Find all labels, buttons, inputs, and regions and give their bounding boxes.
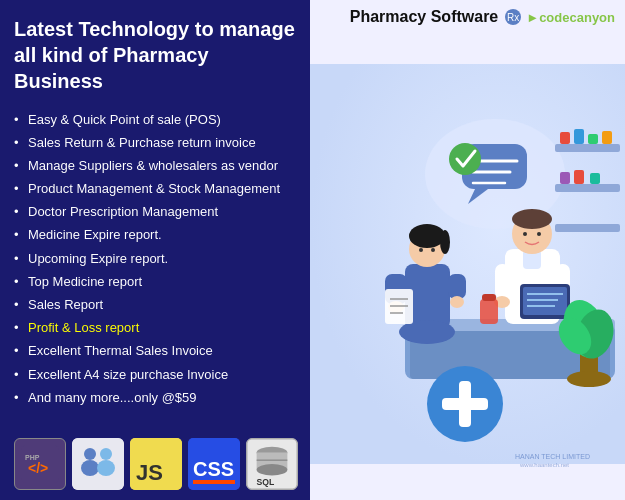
- svg-rect-62: [480, 299, 498, 324]
- feature-item: Doctor Prescription Management: [14, 201, 296, 224]
- svg-point-57: [450, 296, 464, 308]
- svg-point-37: [537, 232, 541, 236]
- svg-text:JS: JS: [136, 460, 163, 485]
- svg-rect-3: [72, 438, 124, 490]
- feature-item: Easy & Quick Point of sale (POS): [14, 108, 296, 131]
- illustration-svg: HANAN TECH LIMITED www.haantech.net: [310, 34, 625, 494]
- pharmacy-illustration: HANAN TECH LIMITED www.haantech.net: [310, 34, 625, 494]
- feature-item: Product Management & Stock Management: [14, 178, 296, 201]
- pharmacy-icon: Rx: [504, 8, 522, 26]
- feature-item: Upcoming Expire report.: [14, 247, 296, 270]
- svg-text:</>: </>: [28, 460, 48, 476]
- svg-rect-70: [602, 131, 612, 144]
- svg-rect-73: [590, 173, 600, 184]
- svg-point-51: [440, 230, 450, 254]
- svg-point-7: [97, 460, 115, 476]
- svg-rect-72: [574, 170, 584, 184]
- svg-rect-66: [555, 224, 620, 232]
- svg-point-78: [567, 371, 611, 387]
- svg-rect-65: [555, 184, 620, 192]
- svg-rect-63: [482, 294, 496, 301]
- svg-point-16: [257, 464, 288, 476]
- feature-item: Profit & Loss report: [14, 317, 296, 340]
- feature-item: Excellent Thermal Sales Invoice: [14, 340, 296, 363]
- svg-rect-55: [448, 274, 466, 299]
- feature-item: Sales Return & Purchase return invoice: [14, 131, 296, 154]
- svg-point-6: [100, 448, 112, 460]
- svg-point-36: [523, 232, 527, 236]
- php-icon: PHP </>: [14, 438, 66, 490]
- svg-rect-12: [193, 480, 235, 484]
- feature-item: Medicine Expire report.: [14, 224, 296, 247]
- svg-rect-69: [588, 134, 598, 144]
- feature-item: Excellent A4 size purchase Invoice: [14, 363, 296, 386]
- sql-icon: SQL: [246, 438, 298, 490]
- svg-point-52: [419, 248, 423, 252]
- feature-item: And many more....only @$59: [14, 386, 296, 409]
- tech-icons-bar: PHP </> JS: [14, 430, 296, 490]
- codecanyon-brand: ►codecanyon: [526, 10, 615, 25]
- svg-rect-38: [495, 264, 510, 299]
- svg-rect-71: [560, 172, 570, 184]
- svg-point-4: [84, 448, 96, 460]
- people-icon: [72, 438, 124, 490]
- svg-point-35: [512, 209, 552, 229]
- main-title: Latest Technology to manage all kind of …: [14, 16, 296, 94]
- feature-item: Sales Report: [14, 294, 296, 317]
- right-header: Pharmacy Software Rx ►codecanyon: [310, 0, 625, 34]
- feature-item: Manage Suppliers & wholesalers as vendor: [14, 154, 296, 177]
- svg-rect-68: [574, 129, 584, 144]
- svg-rect-64: [555, 144, 620, 152]
- js-icon: JS: [130, 438, 182, 490]
- svg-rect-43: [523, 287, 567, 315]
- right-panel: Pharmacy Software Rx ►codecanyon: [310, 0, 625, 500]
- svg-rect-67: [560, 132, 570, 144]
- features-list: Easy & Quick Point of sale (POS)Sales Re…: [14, 108, 296, 409]
- css-icon: CSS: [188, 438, 240, 490]
- svg-text:Rx: Rx: [507, 12, 519, 23]
- svg-point-28: [449, 143, 481, 175]
- svg-text:CSS: CSS: [193, 458, 234, 480]
- svg-text:SQL: SQL: [257, 477, 275, 487]
- svg-point-53: [431, 248, 435, 252]
- svg-text:www.haantech.net: www.haantech.net: [519, 462, 569, 468]
- svg-text:HANAN TECH LIMITED: HANAN TECH LIMITED: [515, 453, 590, 460]
- left-content: Latest Technology to manage all kind of …: [14, 16, 296, 430]
- feature-item: Top Medicine report: [14, 270, 296, 293]
- svg-point-5: [81, 460, 99, 476]
- left-panel: Latest Technology to manage all kind of …: [0, 0, 310, 500]
- svg-rect-76: [442, 398, 488, 410]
- svg-point-50: [409, 224, 445, 248]
- right-header-title: Pharmacy Software: [350, 8, 499, 26]
